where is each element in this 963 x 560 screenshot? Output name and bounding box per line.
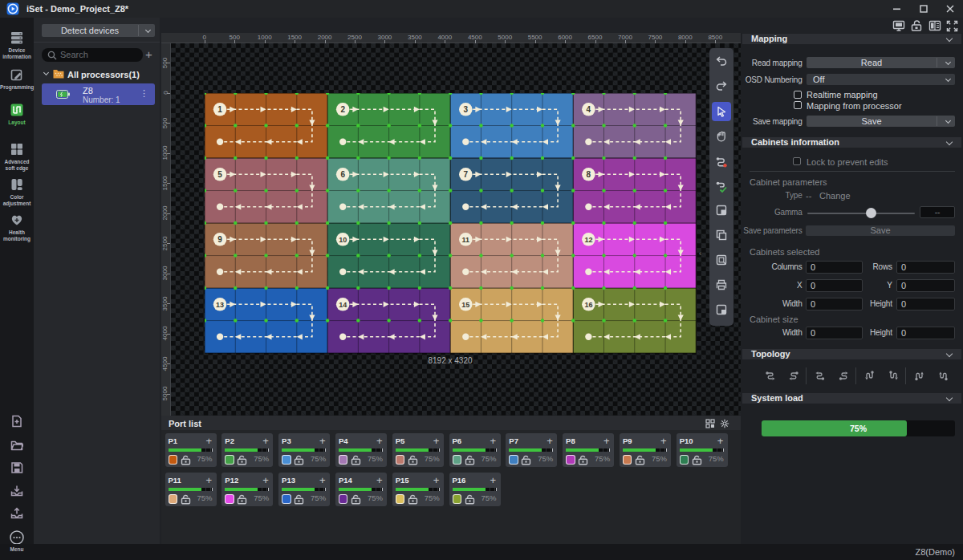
svg-text:16: 16: [584, 301, 592, 309]
svg-text:5: 5: [217, 170, 222, 179]
svg-text:6: 6: [340, 170, 345, 179]
svg-text:15: 15: [461, 301, 469, 309]
svg-text:4: 4: [587, 105, 591, 114]
svg-text:7: 7: [464, 170, 469, 179]
svg-text:10: 10: [339, 236, 347, 244]
svg-text:12: 12: [584, 236, 592, 244]
svg-text:14: 14: [339, 301, 347, 309]
svg-text:9: 9: [217, 235, 222, 244]
svg-text:3: 3: [464, 105, 469, 114]
svg-text:1: 1: [217, 105, 222, 114]
svg-text:2: 2: [340, 105, 345, 114]
svg-text:13: 13: [216, 301, 224, 309]
svg-text:8: 8: [587, 170, 591, 179]
svg-text:11: 11: [462, 236, 470, 244]
